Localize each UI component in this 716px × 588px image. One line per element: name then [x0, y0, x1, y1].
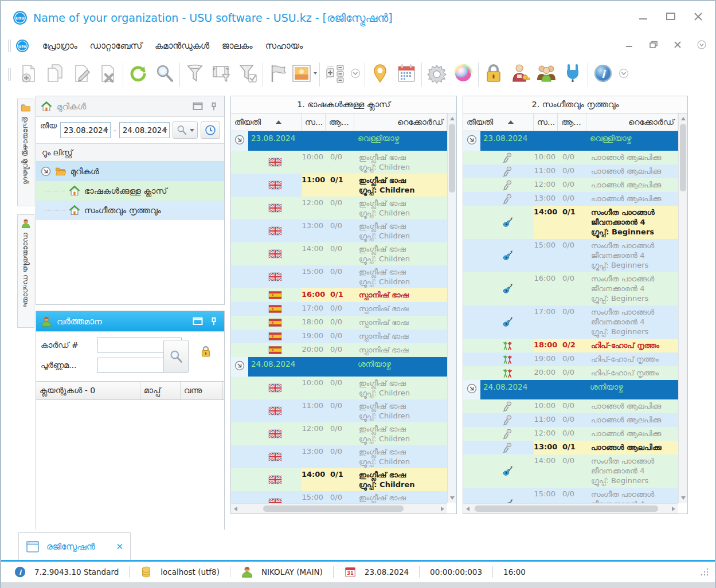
- client-search-button[interactable]: [163, 340, 189, 373]
- schedule-row[interactable]: 12:000/0ഇംഗ്ലീഷ് ഭാഷഗ്രൂപ്പ്: Children: [231, 197, 447, 219]
- scroll-down-icon[interactable]: [681, 496, 686, 500]
- horizontal-scrollbar[interactable]: [231, 503, 447, 513]
- usu-menu-logo-icon[interactable]: usu: [15, 39, 29, 53]
- schedule-row[interactable]: 13:000/0ഇംഗ്ലീഷ് ഭാഷഗ്രൂപ്പ്: Children: [231, 445, 447, 468]
- image-picker-button[interactable]: [291, 60, 318, 89]
- schedule-row[interactable]: 20:000/0സ്പാനിഷ് ഭാഷ: [231, 343, 447, 357]
- schedule-row[interactable]: 14:000/0സംഗീത പാഠങ്ങൾജീവനക്കാരൻ 4ഗ്രൂപ്പ…: [463, 454, 678, 488]
- flag-button[interactable]: [265, 60, 291, 89]
- scroll-up-icon[interactable]: [450, 117, 455, 120]
- tree-node-1[interactable]: ഭാഷകൾക്കുള്ള ക്ലാസ്: [36, 181, 224, 201]
- schedule-row[interactable]: 18:000/2ഹിപ്-ഹോപ് നൃത്തം: [463, 339, 678, 352]
- tab-close-icon[interactable]: ✕: [116, 542, 123, 552]
- minimize-button[interactable]: [637, 11, 650, 22]
- schedule-row[interactable]: 18:000/0സ്പാനിഷ് ഭാഷ: [231, 316, 447, 330]
- menu-overflow-icon[interactable]: [697, 40, 707, 49]
- horizontal-scroll-thumb[interactable]: [263, 505, 404, 512]
- maximize-button[interactable]: [664, 11, 677, 22]
- scroll-right-icon[interactable]: [441, 507, 444, 511]
- close-button[interactable]: [692, 11, 705, 22]
- mdi-close-button[interactable]: [672, 40, 683, 49]
- delete-record-button[interactable]: [95, 60, 121, 89]
- user-key-button[interactable]: [507, 60, 533, 89]
- date-from-select[interactable]: 23.08.2024: [60, 122, 111, 138]
- refresh-button[interactable]: [125, 60, 151, 89]
- panel-maximize-icon[interactable]: [192, 316, 204, 327]
- toolbar-grip[interactable]: [8, 40, 11, 52]
- location-pin-button[interactable]: [367, 60, 393, 89]
- expand-arrow-icon[interactable]: [234, 135, 245, 145]
- column-header-record[interactable]: റെക്കോർഡ്: [586, 113, 678, 131]
- horizontal-scroll-thumb[interactable]: [475, 505, 658, 512]
- schedule-row[interactable]: 12:000/0പാഠങ്ങൾ ആലപിക്കു: [463, 178, 678, 192]
- schedule-row[interactable]: 14:000/0ഇംഗ്ലീഷ് ഭാഷഗ്രൂപ്പ്: Children: [231, 242, 447, 265]
- filter-check-button[interactable]: [234, 60, 261, 89]
- client-column-1[interactable]: മാപ്പ്: [140, 382, 181, 399]
- schedule-row[interactable]: 19:000/0ഹിപ്-ഹോപ് നൃത്തം: [463, 352, 678, 366]
- schedule-row[interactable]: 15:000/0ഇംഗ്ലീഷ് ഭാഷഗ്രൂപ്പ്: Children: [231, 265, 447, 288]
- schedule-row[interactable]: 16:000/1സ്പാനിഷ് ഭാഷ: [231, 288, 447, 302]
- schedule-row[interactable]: 13:000/0പാഠങ്ങൾ ആലപിക്കു: [463, 192, 678, 206]
- schedule-row[interactable]: 16:000/0സംഗീത പാഠങ്ങൾജീവനക്കാരൻ 4ഗ്രൂപ്പ…: [463, 272, 678, 305]
- schedule-group-row[interactable]: 23.08.2024വെള്ളിയാഴ്ച: [463, 131, 678, 151]
- menu-item-4[interactable]: സഹായം: [259, 37, 310, 54]
- menu-item-0[interactable]: പ്രോഗ്രാം: [36, 37, 84, 54]
- date-to-select[interactable]: 24.08.2024: [119, 122, 170, 138]
- schedule-group-row[interactable]: 23.08.2024വെള്ളിയാഴ്ച: [231, 131, 447, 151]
- scroll-left-icon[interactable]: [466, 507, 469, 511]
- schedule-row[interactable]: 10:000/0പാഠങ്ങൾ ആലപിക്കു: [463, 399, 678, 413]
- schedule-row[interactable]: 11:000/1ഇംഗ്ലീഷ് ഭാഷഗ്രൂപ്പ്: Children: [231, 174, 447, 197]
- column-header-time[interactable]: സ...: [534, 113, 558, 131]
- vertical-scroll-thumb[interactable]: [449, 124, 455, 193]
- schedule-row[interactable]: 10:000/0ഇംഗ്ലീഷ് ഭാഷഗ്രൂപ്പ്: Children: [231, 151, 447, 174]
- add-record-button[interactable]: [15, 60, 42, 89]
- filter-window-button[interactable]: [208, 60, 234, 89]
- client-column-2[interactable]: വന്നു: [181, 382, 223, 399]
- schedule-row[interactable]: 14:000/1സംഗീത പാഠങ്ങൾജീവനക്കാരൻ 4ഗ്രൂപ്പ…: [463, 206, 678, 239]
- vertical-scrollbar[interactable]: [678, 113, 687, 503]
- vertical-scroll-thumb[interactable]: [680, 124, 686, 191]
- mdi-minimize-button[interactable]: [624, 40, 635, 49]
- scroll-up-icon[interactable]: [681, 117, 686, 120]
- schedule-row[interactable]: 13:000/0ഇംഗ്ലീഷ് ഭാഷഗ്രൂപ്പ്: Children: [231, 219, 447, 242]
- users-button[interactable]: [533, 60, 560, 89]
- column-header-date[interactable]: തീയതി: [231, 113, 302, 131]
- schedule-row[interactable]: 11:000/0പാഠങ്ങൾ ആലപിക്കു: [463, 413, 678, 427]
- schedule-row[interactable]: 13:000/1പാഠങ്ങൾ ആലപിക്കു: [463, 441, 678, 454]
- padlock-icon[interactable]: [199, 344, 213, 358]
- plug-button[interactable]: [560, 60, 586, 89]
- search-button[interactable]: [151, 60, 178, 89]
- column-header-date[interactable]: തീയതി: [463, 113, 534, 131]
- column-header-record[interactable]: റെക്കോർഡ്: [354, 113, 447, 131]
- schedule-row[interactable]: 19:000/0സ്പാനിഷ് ഭാഷ: [231, 330, 447, 343]
- column-header-count[interactable]: ആ...: [558, 113, 586, 131]
- dock-tab-1[interactable]: സാങ്കേതിക സഹായം: [17, 214, 34, 328]
- dock-tab-0[interactable]: ഉപയോക്തൃ മുറികൾ: [17, 99, 34, 206]
- room-list-header[interactable]: റൂം ലിസ്റ്റ്: [36, 143, 224, 162]
- row-size-button[interactable]: [322, 60, 348, 89]
- rooms-search-button[interactable]: [173, 121, 198, 139]
- schedule-row[interactable]: 15:000/0സംഗീത പാഠങ്ങൾജീവനക്കാരൻ 4ഗ്രൂപ്പ…: [463, 488, 678, 504]
- colors-button[interactable]: [450, 60, 476, 89]
- schedule-row[interactable]: 17:000/0സംഗീത പാഠങ്ങൾജീവനക്കാരൻ 4ഗ്രൂപ്പ…: [463, 305, 678, 339]
- vertical-scrollbar[interactable]: [447, 113, 456, 503]
- panel-maximize-icon[interactable]: [192, 101, 204, 112]
- scroll-left-icon[interactable]: [234, 507, 237, 511]
- calendar-button[interactable]: [393, 60, 420, 89]
- menu-item-1[interactable]: ഡാറ്റാബേസ്: [84, 37, 148, 54]
- panel-pin-icon[interactable]: [208, 101, 220, 112]
- rooms-clock-button[interactable]: [201, 121, 220, 139]
- schedule-row[interactable]: 10:000/0പാഠങ്ങൾ ആലപിക്കു: [463, 151, 678, 164]
- column-header-time[interactable]: സ...: [302, 113, 326, 131]
- schedule-row[interactable]: 12:000/0ഇംഗ്ലീഷ് ഭാഷഗ്രൂപ്പ്: Children: [231, 422, 447, 445]
- scroll-down-icon[interactable]: [450, 496, 455, 500]
- menu-item-3[interactable]: ജാലകം: [216, 37, 259, 54]
- copy-record-button[interactable]: [42, 60, 68, 89]
- edit-record-button[interactable]: [68, 60, 95, 89]
- expand-arrow-icon[interactable]: [467, 135, 477, 145]
- expand-arrow-icon[interactable]: [41, 166, 51, 177]
- column-header-count[interactable]: ആ...: [326, 113, 354, 131]
- lock-button[interactable]: [480, 60, 507, 89]
- gear-button[interactable]: [424, 60, 450, 89]
- schedule-row[interactable]: 15:000/0സംഗീത പാഠങ്ങൾജീവനക്കാരൻ 4ഗ്രൂപ്പ…: [463, 239, 678, 272]
